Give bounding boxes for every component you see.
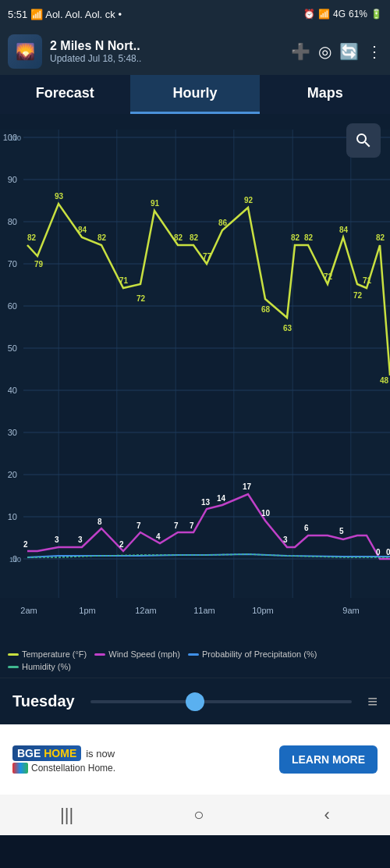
svg-rect-8 (117, 130, 176, 598)
svg-text:2am: 2am (20, 606, 37, 615)
signal-text: 4G (333, 9, 346, 20)
svg-text:7: 7 (190, 521, 194, 530)
svg-text:63: 63 (283, 324, 292, 333)
svg-text:7: 7 (136, 521, 141, 530)
more-options-icon[interactable]: ⋮ (367, 42, 382, 61)
ad-brand-row: Constellation Home. (12, 763, 115, 774)
search-icon (354, 131, 373, 150)
svg-text:0: 0 (376, 548, 381, 557)
legend-precip-color (188, 653, 199, 656)
svg-text:84: 84 (339, 226, 349, 234)
battery-text: 61% (349, 9, 367, 20)
legend-precip-label: Probability of Precipitation (%) (202, 649, 317, 659)
svg-text:8: 8 (98, 518, 102, 526)
svg-text:10pm: 10pm (252, 606, 274, 615)
svg-text:77: 77 (203, 252, 212, 261)
ad-home-text: HOME (44, 747, 76, 760)
target-icon[interactable]: ◎ (318, 42, 332, 61)
svg-text:30: 30 (8, 428, 17, 437)
app-logo: 🌄 (8, 34, 42, 69)
svg-text:13: 13 (201, 498, 211, 507)
svg-text:82: 82 (174, 233, 183, 242)
tab-hourly[interactable]: Hourly (130, 75, 261, 114)
nav-bar: ||| ○ ‹ (0, 795, 390, 835)
svg-text:10: 10 (261, 509, 271, 518)
day-label: Tuesday (12, 692, 75, 710)
day-slider-track[interactable] (90, 700, 352, 703)
svg-text:82: 82 (376, 233, 385, 242)
svg-text:6: 6 (304, 524, 309, 532)
svg-text:82: 82 (27, 233, 37, 242)
svg-text:86: 86 (218, 219, 228, 227)
tab-bar: Forecast Hourly Maps (0, 75, 390, 114)
svg-text:50: 50 (8, 343, 17, 353)
svg-text:84: 84 (78, 226, 87, 234)
location-title: 2 Miles N Nort.. (50, 39, 283, 53)
chart-legend: Temperature (°F) Wind Speed (mph) Probab… (0, 645, 390, 678)
svg-text:82: 82 (98, 233, 107, 242)
svg-text:72: 72 (324, 272, 333, 281)
legend-temp-label: Temperature (°F) (22, 649, 87, 659)
svg-text:72: 72 (136, 294, 146, 303)
svg-rect-10 (351, 130, 390, 598)
day-slider-thumb[interactable] (186, 692, 204, 711)
svg-text:48: 48 (380, 376, 389, 385)
svg-text:93: 93 (55, 192, 64, 201)
status-icons: 📶 Aol. Aol. Aol. ck • (30, 9, 122, 20)
nav-menu-button[interactable]: ||| (44, 799, 89, 831)
ad-brand-name: Constellation Home. (31, 763, 115, 774)
svg-text:80: 80 (8, 217, 17, 226)
legend-humidity-color (8, 666, 19, 668)
ad-banner: BGE HOME is now Constellation Home. LEAR… (0, 724, 390, 795)
status-right: ⏰ 📶 4G 61% 🔋 (303, 9, 382, 20)
ad-tagline: is now (86, 748, 115, 760)
nav-home-button[interactable]: ○ (178, 799, 219, 831)
list-view-icon[interactable]: ≡ (367, 692, 378, 712)
svg-text:9am: 9am (342, 606, 359, 615)
tab-maps[interactable]: Maps (260, 75, 390, 114)
battery-icon: 🔋 (370, 9, 382, 20)
svg-text:2: 2 (119, 540, 124, 549)
legend-precip: Probability of Precipitation (%) (188, 649, 317, 659)
tab-forecast[interactable]: Forecast (0, 75, 130, 114)
svg-text:40: 40 (8, 386, 17, 395)
svg-rect-7 (0, 130, 58, 598)
svg-text:72: 72 (353, 291, 363, 300)
svg-text:71: 71 (363, 276, 372, 285)
svg-text:3: 3 (283, 535, 288, 544)
tab-hourly-label: Hourly (173, 85, 218, 101)
svg-text:110: 110 (9, 134, 21, 142)
svg-text:82: 82 (291, 233, 300, 242)
svg-text:70: 70 (8, 259, 17, 269)
svg-text:5: 5 (339, 527, 344, 535)
legend-wind: Wind Speed (mph) (94, 649, 180, 659)
svg-text:110: 110 (9, 556, 21, 564)
svg-text:79: 79 (34, 260, 44, 269)
svg-text:92: 92 (244, 196, 254, 205)
location-info: 2 Miles N Nort.. Updated Jul 18, 5:48.. (50, 39, 283, 64)
ad-bge-text: BGE (17, 747, 41, 760)
svg-text:3: 3 (78, 535, 83, 544)
tab-maps-label: Maps (307, 85, 343, 101)
svg-text:91: 91 (151, 199, 160, 208)
add-location-icon[interactable]: ➕ (291, 42, 310, 61)
ad-content-left: BGE HOME is now Constellation Home. (12, 745, 115, 774)
legend-temp-color (8, 653, 19, 656)
refresh-icon[interactable]: 🔄 (339, 42, 359, 61)
legend-wind-label: Wind Speed (mph) (108, 649, 180, 659)
ad-learn-more-button[interactable]: LEARN MORE (279, 745, 378, 774)
svg-text:60: 60 (8, 301, 17, 311)
svg-text:7: 7 (174, 521, 179, 530)
svg-text:11am: 11am (193, 606, 215, 615)
svg-text:0: 0 (386, 548, 390, 557)
svg-text:1pm: 1pm (79, 606, 95, 615)
tab-forecast-label: Forecast (36, 85, 94, 101)
svg-text:71: 71 (119, 276, 129, 285)
svg-text:2: 2 (23, 540, 28, 549)
chart-area: 0 10 20 30 40 50 60 70 80 90 100 110 82 … (0, 114, 390, 645)
nav-back-button[interactable]: ‹ (309, 799, 346, 831)
svg-text:10: 10 (8, 512, 17, 521)
chart-search-button[interactable] (346, 123, 381, 158)
svg-text:90: 90 (8, 175, 17, 184)
status-time: 5:51 (8, 9, 27, 20)
